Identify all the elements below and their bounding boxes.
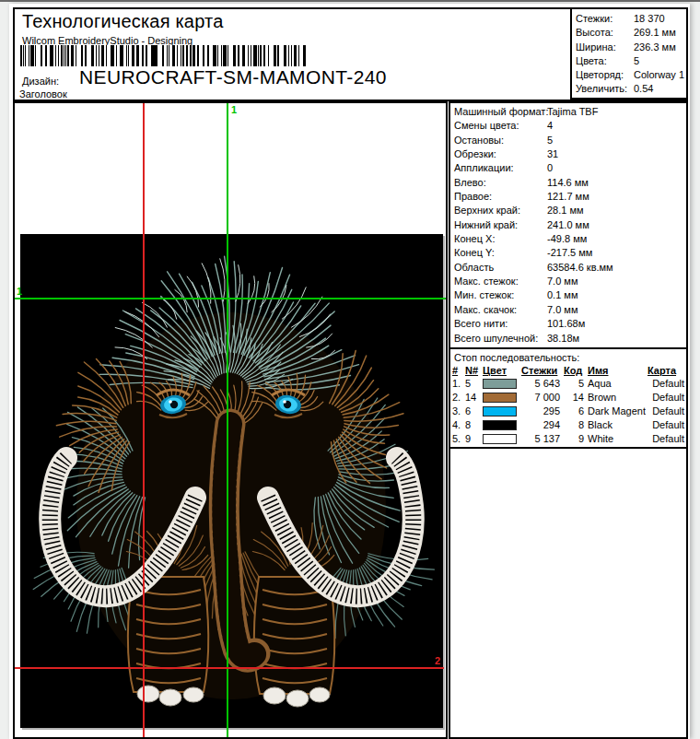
stop-chart: Default: [646, 432, 686, 446]
stat-row: Влево: 114.6 мм: [454, 176, 682, 190]
summary-row: Увеличить: 0.54: [576, 82, 686, 96]
table-bottom-rule: [450, 447, 686, 449]
red-grid-horizontal-line: [15, 667, 444, 669]
stop-index: 1.: [450, 377, 463, 391]
stat-value: 7.0 мм: [547, 275, 578, 288]
stat-label: Нижний край:: [454, 218, 547, 232]
stop-table-row: 5. 9 5 137 9 White Default: [450, 432, 686, 446]
stat-row: Обрезки: 31: [454, 147, 682, 161]
stat-row: Аппликации: 0: [454, 161, 682, 175]
worksheet-page: Технологическая карта Wilcom EmbroideryS…: [9, 4, 690, 739]
stop-color-name: Aqua: [586, 377, 646, 391]
thread-color-swatch: [483, 420, 517, 430]
stat-label: Верхних край:: [454, 204, 547, 217]
design-canvas: 1 1 2: [13, 101, 448, 739]
stat-label: Всего нити:: [454, 317, 547, 331]
summary-value: 269.1 мм: [634, 26, 676, 40]
stat-row: Всего нити: 101.68м: [454, 317, 682, 331]
stat-value: -217.5 мм: [547, 246, 592, 260]
stat-value: 63584.6 кв.мм: [547, 261, 613, 275]
summary-row: Стежки: 18 370: [576, 12, 686, 26]
stat-value: 7.0 мм: [547, 303, 578, 317]
stat-label: Обрезки:: [454, 147, 547, 161]
summary-value: 5: [634, 54, 639, 68]
stat-value: -49.8 мм: [547, 232, 587, 246]
stop-table-row: 1. 5 5 643 5 Aqua Default: [450, 377, 686, 391]
stat-value: 114.6 мм: [547, 176, 589, 190]
stat-value: 5: [547, 134, 553, 147]
stop-chart: Default: [646, 391, 686, 405]
stop-needle: 9: [463, 432, 481, 446]
stop-needle: 5: [463, 377, 481, 391]
stat-label: Макс. скачок:: [454, 303, 547, 317]
window-top-edge: [0, 0, 700, 2]
thread-color-swatch: [483, 379, 517, 389]
stat-row: Машинный формат: Tajima TBF: [454, 105, 682, 119]
col-index: #: [450, 364, 463, 377]
col-chart: Карта: [646, 364, 686, 377]
stat-value: 0.1 мм: [547, 288, 578, 302]
stat-value: 31: [547, 147, 558, 161]
stat-value: 28.1 мм: [547, 204, 584, 217]
stop-code: 9: [562, 432, 586, 446]
green-grid-horizontal-line: [15, 298, 446, 299]
stop-sequence-table: # N# Цвет Стежки Код Имя Карта 1. 5 5 64…: [450, 364, 686, 446]
stop-index: 2.: [450, 391, 463, 405]
stop-color-name: White: [586, 432, 646, 446]
stop-chart: Default: [646, 405, 686, 418]
stop-index: 3.: [450, 405, 463, 418]
summary-label: Увеличить:: [576, 82, 634, 96]
stop-code: 14: [562, 391, 586, 405]
summary-value: 236.3 мм: [634, 41, 676, 54]
header-section: Технологическая карта Wilcom EmbroideryS…: [13, 7, 688, 101]
summary-value: Colorway 1: [634, 68, 684, 82]
stat-label: Остановы:: [454, 134, 547, 147]
stop-stitches: 295: [519, 405, 562, 418]
summary-row: Ширина: 236.3 мм: [576, 41, 686, 54]
col-stitches: Стежки: [519, 364, 562, 377]
stat-row: Всего шпулечной: 38.18м: [454, 332, 682, 346]
stop-stitches: 5 137: [519, 432, 562, 446]
stat-label: Область: [454, 261, 547, 275]
stat-label: Всего шпулечной:: [454, 332, 547, 346]
stop-index: 4.: [450, 418, 463, 432]
summary-row: Цветоряд: Colorway 1: [576, 68, 686, 82]
stop-sequence-title: Стоп последовательность:: [450, 347, 686, 364]
stop-needle: 6: [463, 405, 481, 418]
stop-code: 5: [562, 377, 586, 391]
details-panel: Машинный формат: Tajima TBF Смены цвета:…: [449, 101, 688, 739]
stop-color-name: Black: [586, 418, 646, 432]
col-needle: N#: [463, 364, 481, 377]
stop-color-name: Brown: [586, 391, 646, 405]
design-name: NEUROCRAFT-SM-MAMONT-240: [79, 66, 387, 88]
stat-row: Макс. стежок: 7.0 мм: [454, 275, 682, 288]
machine-stats-list: Машинный формат: Tajima TBF Смены цвета:…: [450, 103, 686, 346]
thread-color-swatch: [483, 393, 517, 403]
mammoth-embroidery-design: [20, 234, 443, 728]
stop-table-header: # N# Цвет Стежки Код Имя Карта: [450, 364, 686, 377]
stat-label: Макс. стежок:: [454, 275, 547, 288]
green-grid-vertical-line: [227, 103, 228, 737]
stat-row: Верхних край: 28.1 мм: [454, 204, 682, 217]
stat-row: Область 63584.6 кв.мм: [454, 261, 682, 275]
design-summary-box: Стежки: 18 370 Высота: 269.1 мм Ширина: …: [570, 9, 686, 100]
stat-label: Конец X:: [454, 232, 547, 246]
stat-row: Остановы: 5: [454, 134, 682, 147]
summary-row: Высота: 269.1 мм: [576, 26, 686, 40]
col-code: Код: [562, 364, 586, 377]
col-color: Цвет: [481, 364, 519, 377]
grid-marker-left: 1: [17, 287, 22, 296]
stat-row: Правое: 121.7 мм: [454, 190, 682, 204]
stat-label: Смены цвета:: [454, 119, 547, 133]
summary-label: Ширина:: [576, 41, 634, 54]
summary-label: Цветоряд:: [576, 68, 634, 82]
stat-label: Влево:: [454, 176, 547, 190]
stop-needle: 14: [463, 391, 481, 405]
stop-needle: 8: [463, 418, 481, 432]
stat-row: Нижний край: 241.0 мм: [454, 218, 682, 232]
stat-value: 121.7 мм: [547, 190, 589, 204]
thread-color-swatch: [483, 434, 517, 444]
stop-table-row: 2. 14 7 000 14 Brown Default: [450, 391, 686, 405]
col-name: Имя: [586, 364, 646, 377]
grid-marker-bottom: 2: [435, 656, 440, 665]
